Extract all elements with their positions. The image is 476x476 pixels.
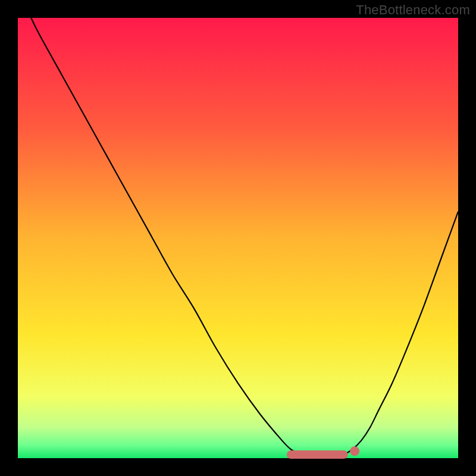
watermark-text: TheBottleneck.com bbox=[356, 2, 470, 18]
bottleneck-curve bbox=[31, 18, 458, 458]
chart-svg bbox=[18, 18, 458, 458]
optimal-zone-dot bbox=[350, 446, 359, 456]
plot-area bbox=[18, 18, 458, 458]
